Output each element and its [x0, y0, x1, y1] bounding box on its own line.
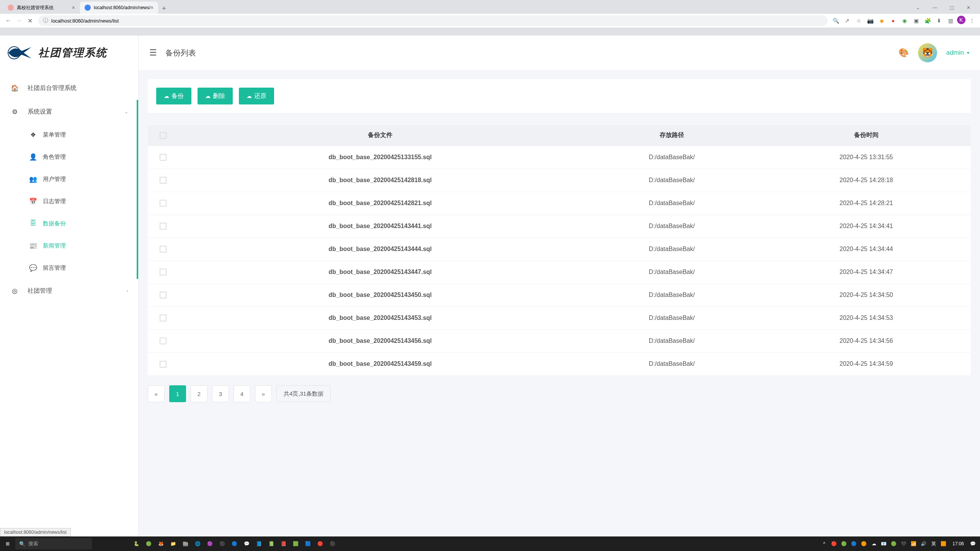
browser-tab-1[interactable]: localhost:8060/admin/news/ ×	[80, 2, 158, 14]
table-cell-file[interactable]: db_boot_base_20200425142821.sql	[178, 192, 582, 215]
sidebar-item-label: 角色管理	[43, 153, 66, 161]
chevron-right-icon: ›	[127, 288, 128, 293]
app: 社团管理系统 🏠 社团后台管理系统 ⚙ 系统设置 ⌄ ❖菜单管理👤角色管理👥用户…	[0, 36, 980, 536]
row-checkbox[interactable]	[160, 361, 167, 368]
table-cell-path: D:/dataBaseBak/	[582, 238, 762, 261]
pagination-info: 共4页,31条数据	[276, 385, 331, 402]
cloud-icon: ☁	[164, 93, 169, 99]
row-checkbox[interactable]	[160, 177, 167, 184]
sidebar-item-sub-6[interactable]: 💬留言管理	[0, 257, 138, 279]
profile-avatar-icon[interactable]: K	[957, 16, 965, 24]
ext-icon-1[interactable]: ◆	[877, 16, 887, 26]
table-cell-checkbox	[148, 169, 178, 192]
page-button-1[interactable]: 1	[169, 385, 186, 402]
table-row: db_boot_base_20200425143441.sql D:/dataB…	[148, 215, 971, 238]
extensions-icon[interactable]: 🧩	[923, 16, 933, 26]
page-next-button[interactable]: »	[255, 385, 272, 402]
ext-icon-3[interactable]: ◉	[900, 16, 910, 26]
table-cell-file[interactable]: db_boot_base_20200425143456.sql	[178, 329, 582, 352]
camera-icon[interactable]: 📷	[865, 16, 875, 26]
row-checkbox[interactable]	[160, 200, 167, 207]
table-cell-file[interactable]: db_boot_base_20200425143444.sql	[178, 238, 582, 261]
table-cell-path: D:/dataBaseBak/	[582, 146, 762, 169]
tab-close-icon[interactable]: ×	[150, 5, 154, 11]
table-cell-file[interactable]: db_boot_base_20200425143450.sql	[178, 284, 582, 306]
sidebar-item-sub-3[interactable]: 📅日志管理	[0, 190, 138, 212]
restore-button[interactable]: ☁ 还原	[239, 88, 274, 104]
user-menu[interactable]: admin	[946, 49, 969, 57]
share-icon[interactable]: ↗	[842, 16, 852, 26]
page-button-2[interactable]: 2	[191, 385, 207, 402]
table-cell-file[interactable]: db_boot_base_20200425143453.sql	[178, 306, 582, 329]
favicon-icon	[8, 5, 14, 11]
button-label: 备份	[172, 92, 184, 100]
sidebar-item-settings[interactable]: ⚙ 系统设置 ⌄	[0, 100, 138, 124]
url-text: localhost:8060/admin/news/list	[51, 18, 119, 24]
cloud-icon: ☁	[205, 93, 211, 99]
sidebar-item-sub-4[interactable]: 🗄数据备份	[0, 212, 138, 235]
menu-toggle-icon[interactable]: ☰	[149, 48, 157, 58]
sidebar-item-sub-5[interactable]: 📰新闻管理	[0, 235, 138, 257]
reload-button[interactable]: ✕	[24, 15, 35, 26]
site-info-icon[interactable]: ⓘ	[43, 17, 48, 24]
window-controls: ⌄ — ▢ ✕	[910, 2, 977, 14]
sidebar-group-settings: ⚙ 系统设置 ⌄ ❖菜单管理👤角色管理👥用户管理📅日志管理🗄数据备份📰新闻管理💬…	[0, 100, 138, 279]
maximize-button[interactable]: ▢	[943, 2, 960, 14]
row-checkbox[interactable]	[160, 337, 167, 344]
table-cell-checkbox	[148, 215, 178, 238]
table-cell-checkbox	[148, 238, 178, 261]
address-bar[interactable]: ⓘ localhost:8060/admin/news/list	[38, 15, 828, 26]
sidebar-item-sub-0[interactable]: ❖菜单管理	[0, 124, 138, 146]
table-cell-file[interactable]: db_boot_base_20200425143459.sql	[178, 352, 582, 375]
tab-title: localhost:8060/admin/news/	[94, 5, 150, 10]
backup-button[interactable]: ☁ 备份	[156, 88, 191, 104]
tab-close-icon[interactable]: ×	[72, 5, 75, 11]
back-button[interactable]: ←	[3, 15, 14, 26]
menu-item-icon: 👥	[29, 175, 37, 183]
browser-toolbar: 🔍 ↗ ☆ 📷 ◆ ● ◉ ▣ 🧩 ⬇ ▥ K ⋮	[831, 16, 977, 26]
new-tab-button[interactable]: +	[158, 3, 169, 14]
close-window-button[interactable]: ✕	[960, 2, 977, 14]
row-checkbox[interactable]	[160, 223, 167, 230]
page-prev-button[interactable]: «	[148, 385, 165, 402]
table-cell-file[interactable]: db_boot_base_20200425143441.sql	[178, 215, 582, 238]
row-checkbox[interactable]	[160, 315, 167, 321]
sidebar-item-sub-1[interactable]: 👤角色管理	[0, 146, 138, 168]
sidepanel-icon[interactable]: ▥	[946, 16, 956, 26]
page-button-4[interactable]: 4	[234, 385, 250, 402]
table-cell-path: D:/dataBaseBak/	[582, 215, 762, 238]
browser-tab-0[interactable]: 高校社团管理系统 ×	[3, 2, 80, 14]
table-cell-file[interactable]: db_boot_base_20200425143447.sql	[178, 261, 582, 284]
avatar[interactable]: 🐯	[918, 43, 937, 62]
zoom-icon[interactable]: 🔍	[831, 16, 841, 26]
palette-icon[interactable]: 🎨	[898, 48, 909, 58]
menu-icon[interactable]: ⋮	[967, 16, 977, 26]
row-checkbox[interactable]	[160, 154, 167, 161]
table-cell-file[interactable]: db_boot_base_20200425142818.sql	[178, 169, 582, 192]
select-all-checkbox[interactable]	[160, 132, 167, 139]
forward-button[interactable]: →	[14, 15, 24, 26]
sidebar-item-club[interactable]: ◎ 社团管理 ›	[0, 279, 138, 303]
logo-text: 社团管理系统	[38, 46, 107, 60]
page-title: 备份列表	[165, 48, 196, 58]
delete-button[interactable]: ☁ 删除	[198, 88, 233, 104]
menu-item-icon: 📰	[29, 242, 37, 250]
ext-icon-4[interactable]: ▣	[911, 16, 921, 26]
page-button-3[interactable]: 3	[212, 385, 229, 402]
table-cell-path: D:/dataBaseBak/	[582, 352, 762, 375]
table-cell-checkbox	[148, 329, 178, 352]
ext-icon-2[interactable]: ●	[888, 16, 898, 26]
table-cell-time: 2020-4-25 14:28:18	[762, 169, 971, 192]
sidebar-item-home[interactable]: 🏠 社团后台管理系统	[0, 76, 138, 100]
row-checkbox[interactable]	[160, 292, 167, 298]
star-icon[interactable]: ☆	[854, 16, 864, 26]
download-icon[interactable]: ⬇	[934, 16, 944, 26]
table-row: db_boot_base_20200425143453.sql D:/dataB…	[148, 306, 971, 329]
table-row: db_boot_base_20200425142821.sql D:/dataB…	[148, 192, 971, 215]
table-cell-file[interactable]: db_boot_base_20200425133155.sql	[178, 146, 582, 169]
row-checkbox[interactable]	[160, 246, 167, 253]
minimize-button[interactable]: —	[926, 2, 943, 14]
chevron-down-icon[interactable]: ⌄	[910, 2, 926, 14]
sidebar-item-sub-2[interactable]: 👥用户管理	[0, 168, 138, 190]
row-checkbox[interactable]	[160, 269, 167, 276]
